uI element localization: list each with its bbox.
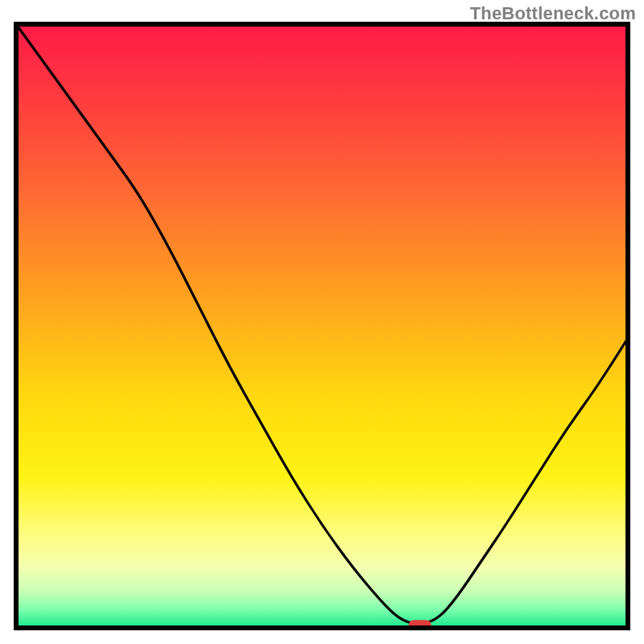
plot-background (16, 24, 628, 628)
watermark-text: TheBottleneck.com (470, 3, 636, 24)
bottleneck-chart (0, 0, 644, 644)
chart-stage: TheBottleneck.com (0, 0, 644, 644)
